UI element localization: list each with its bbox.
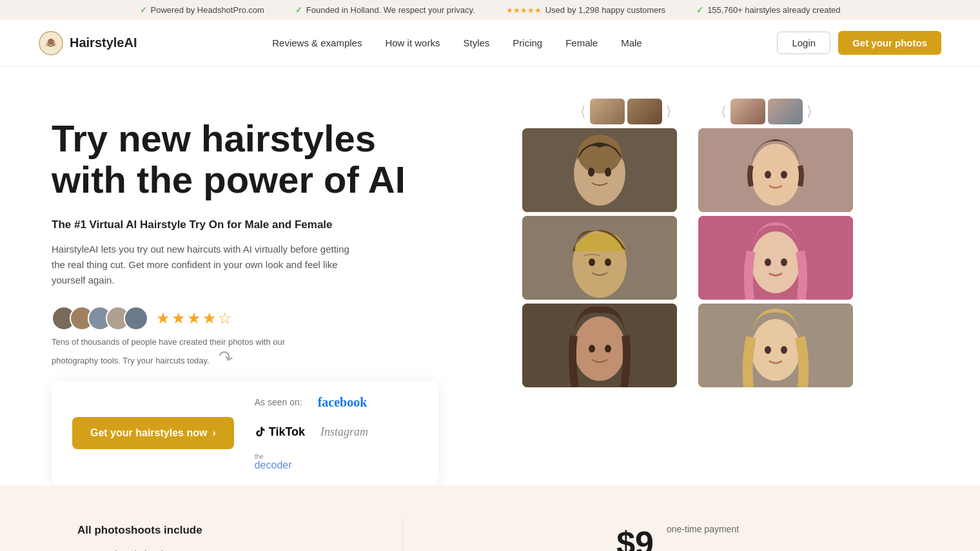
male-cell-1 — [522, 128, 677, 212]
avatar-stack — [52, 306, 142, 331]
svg-point-14 — [605, 345, 611, 353]
logo-icon — [39, 31, 63, 55]
logo-text: HairstyleAI — [70, 35, 137, 50]
male-thumbs — [590, 99, 662, 124]
svg-point-24 — [751, 319, 800, 381]
left-arrow-icon: ⟨ — [580, 103, 586, 120]
nav-links: Reviews & examples How it works Styles P… — [272, 37, 642, 49]
stats-section: All photoshoots include ✓ 30 unique hair… — [0, 485, 980, 551]
svg-point-20 — [751, 231, 800, 293]
tiktok-icon — [255, 426, 266, 438]
topbar-created: ✓ 155,760+ hairstyles already created — [696, 5, 840, 15]
facebook-logo: facebook — [318, 395, 368, 410]
svg-point-5 — [588, 168, 594, 177]
nav-item-male[interactable]: Male — [621, 37, 642, 49]
login-button[interactable]: Login — [777, 32, 830, 54]
topbar-created-text: 155,760+ hairstyles already created — [707, 5, 840, 15]
topbar-customers: ★★★★★ Used by 1,298 happy customers — [506, 5, 665, 15]
hero-section: Try new hairstyles with the power of AI … — [0, 66, 980, 485]
thumb-female-2 — [768, 99, 803, 124]
female-cell-1 — [698, 128, 853, 212]
male-cell-3 — [522, 304, 677, 387]
male-cell-2 — [522, 216, 677, 300]
main-image-grid — [522, 128, 870, 387]
topbar-founded-text: Founded in Holland. We respect your priv… — [306, 5, 475, 15]
female-cell-3 — [698, 304, 853, 387]
nav-item-female[interactable]: Female — [565, 37, 598, 49]
topbar: ✓ Powered by HeadshotPro.com ✓ Founded i… — [0, 0, 980, 20]
price-description: one-time payment — [667, 524, 739, 534]
female-cell-2 — [698, 216, 853, 300]
right-arrow-icon: ⟩ — [666, 103, 672, 120]
svg-point-4 — [578, 135, 622, 173]
male-portrait-3 — [522, 304, 677, 387]
male-portrait-2 — [522, 216, 677, 300]
compare-row: ⟨ ⟩ ⟨ ⟩ — [522, 99, 870, 124]
stars-icon: ★★★★★ — [506, 6, 542, 15]
stats-left-item-1: ✓ 30 unique hairstyles — [77, 548, 364, 551]
svg-point-1 — [48, 39, 54, 45]
check-icon: ✓ — [696, 5, 703, 15]
hero-right: ⟨ ⟩ ⟨ ⟩ — [464, 99, 928, 387]
instagram-logo: Instagram — [320, 425, 368, 439]
svg-point-9 — [589, 258, 595, 266]
avatar-5 — [124, 306, 148, 331]
svg-point-16 — [751, 144, 800, 206]
thumb-female-1 — [730, 99, 765, 124]
left-arrow-icon-2: ⟨ — [721, 103, 727, 120]
right-arrow-icon-2: ⟩ — [807, 103, 812, 120]
svg-point-12 — [574, 316, 625, 381]
svg-point-22 — [781, 258, 787, 266]
female-portrait-2 — [698, 216, 853, 300]
female-portrait-1 — [698, 128, 853, 212]
hero-avatars: ★★★★☆ — [52, 306, 438, 331]
check-icon: ✓ — [295, 5, 302, 15]
arrow-down-icon: ↷ — [215, 345, 235, 369]
male-column — [522, 128, 694, 387]
stats-left: All photoshoots include ✓ 30 unique hair… — [52, 517, 389, 551]
hero-title: Try new hairstyles with the power of AI — [52, 118, 438, 200]
get-photos-button[interactable]: Get your photos — [838, 31, 941, 55]
male-portrait-1 — [522, 128, 677, 212]
nav-item-pricing[interactable]: Pricing — [513, 37, 542, 49]
stats-divider-1 — [402, 517, 403, 551]
female-portrait-3 — [698, 304, 853, 387]
logo[interactable]: HairstyleAI — [39, 31, 137, 55]
thumb-male-2 — [627, 99, 662, 124]
nav-actions: Login Get your photos — [777, 31, 941, 55]
hero-stars: ★★★★☆ — [156, 309, 233, 327]
female-thumbs — [730, 99, 803, 124]
nav-item-styles[interactable]: Styles — [463, 37, 489, 49]
hero-images-wrapper: ⟨ ⟩ ⟨ ⟩ — [522, 99, 870, 387]
cta-button[interactable]: Get your hairstyles now › — [72, 417, 234, 449]
decoder-logo: thedecoder — [255, 454, 292, 471]
thumb-male-1 — [590, 99, 625, 124]
navbar: HairstyleAI Reviews & examples How it wo… — [0, 20, 980, 66]
cta-bar: Get your hairstyles now › As seen on: fa… — [52, 381, 438, 485]
stats-left-title: All photoshoots include — [77, 524, 364, 537]
svg-point-13 — [589, 345, 595, 353]
female-column — [698, 128, 870, 387]
as-seen-on: As seen on: facebook TikTok Instagram th… — [255, 395, 418, 471]
topbar-powered: ✓ Powered by HeadshotPro.com — [140, 5, 264, 15]
price-display: $9 — [616, 524, 654, 551]
nav-item-reviews[interactable]: Reviews & examples — [272, 37, 362, 49]
check-icon: ✓ — [77, 548, 86, 551]
svg-point-21 — [765, 258, 771, 266]
as-seen-label: As seen on: — [255, 397, 302, 407]
svg-point-18 — [781, 171, 787, 179]
svg-point-6 — [605, 168, 611, 177]
hero-left: Try new hairstyles with the power of AI … — [52, 105, 438, 485]
topbar-customers-text: Used by 1,298 happy customers — [545, 5, 665, 15]
check-icon: ✓ — [140, 5, 147, 15]
topbar-founded: ✓ Founded in Holland. We respect your pr… — [295, 5, 475, 15]
svg-point-26 — [781, 346, 787, 354]
tiktok-logo: TikTok — [255, 425, 305, 439]
nav-item-how-it-works[interactable]: How it works — [385, 37, 440, 49]
svg-point-25 — [765, 346, 771, 354]
topbar-powered-text: Powered by HeadshotPro.com — [151, 5, 264, 15]
hero-social-proof: Tens of thousands of people have created… — [52, 337, 322, 368]
hero-subtitle: The #1 Virtual AI Hairstyle Try On for M… — [52, 218, 438, 231]
stats-center: $9 one-time payment 1 HOUR DONE fast tur… — [591, 517, 928, 551]
arrow-right-icon: › — [212, 427, 215, 439]
